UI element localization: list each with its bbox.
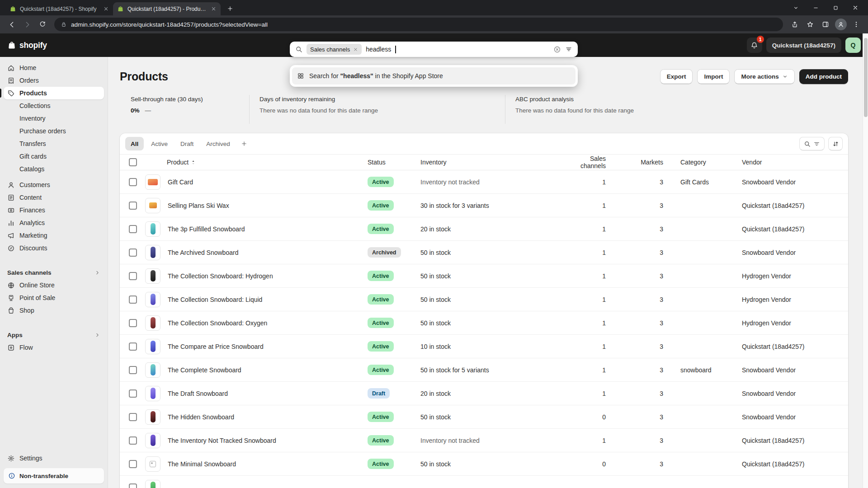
row-checkbox[interactable] [129,178,137,186]
scrollbar-thumb[interactable] [864,38,868,117]
sidebar-section-apps[interactable]: Apps [4,328,104,341]
column-header-status[interactable]: Status [368,159,420,166]
column-header-inventory[interactable]: Inventory [420,159,567,166]
product-name-link[interactable]: The Collection Snowboard: Hydrogen [168,272,273,280]
sidebar-item-customers[interactable]: Customers [4,178,104,191]
product-name-link[interactable]: The Complete Snowboard [168,366,241,374]
sidebar-item-discounts[interactable]: Discounts [4,242,104,254]
window-close-button[interactable] [845,0,865,15]
table-row[interactable]: The Minimal Snowboard Active 50 in stock… [120,452,848,476]
sidebar-item-collections[interactable]: Collections [4,99,104,112]
row-checkbox[interactable] [129,460,137,468]
sidebar-item-products[interactable]: Products [4,87,104,99]
sidebar-item-gift-cards[interactable]: Gift cards [4,150,104,163]
sidebar-item-orders[interactable]: Orders [4,74,104,87]
view-tab-draft[interactable]: Draft [175,137,199,150]
view-tab-all[interactable]: All [125,137,144,150]
sidebar-item-inventory[interactable]: Inventory [4,112,104,125]
sidebar-item-analytics[interactable]: Analytics [4,216,104,229]
search-and-filter-button[interactable] [799,137,825,150]
row-checkbox[interactable] [129,483,137,488]
table-row[interactable]: The Archived Snowboard Archived 50 in st… [120,241,848,264]
product-name-link[interactable]: Selling Plans Ski Wax [168,202,229,209]
table-row[interactable]: Selling Plans Ski Wax Active 30 in stock… [120,194,848,217]
table-row[interactable]: The Hidden Snowboard Active 50 in stock … [120,405,848,429]
product-name-link[interactable]: The 3p Fulfilled Snowboard [168,225,245,233]
row-checkbox[interactable] [129,272,137,280]
product-name-link[interactable]: The Archived Snowboard [168,249,238,256]
close-tab-icon[interactable] [103,6,109,12]
search-filter-icon[interactable] [565,46,572,53]
table-row[interactable]: The Collection Snowboard: Hydrogen Activ… [120,264,848,288]
table-row[interactable] [120,476,848,488]
new-tab-button[interactable] [224,2,236,15]
app-store-suggestion[interactable]: Search for "headless" in the Shopify App… [292,67,576,84]
search-scope-chip[interactable]: Sales channels [307,44,362,55]
column-header-sales-channels[interactable]: Sales channels [567,155,606,169]
row-checkbox[interactable] [129,249,137,257]
product-name-link[interactable]: The Inventory Not Tracked Snowboard [168,437,276,444]
row-checkbox[interactable] [129,296,137,304]
export-button[interactable]: Export [660,69,693,84]
table-row[interactable]: Gift Card Active Inventory not tracked 1… [120,170,848,194]
window-maximize-button[interactable] [826,0,845,15]
column-header-markets[interactable]: Markets [606,159,680,166]
sidebar-section-sales-channels[interactable]: Sales channels [4,266,104,279]
window-minimize-button[interactable] [806,0,826,15]
sidebar-item-purchase-orders[interactable]: Purchase orders [4,125,104,137]
view-tab-archived[interactable]: Archived [201,137,236,150]
notifications-button[interactable]: 1 [747,38,762,53]
product-name-link[interactable]: The Draft Snowboard [168,390,228,397]
sidebar-item-finances[interactable]: Finances [4,204,104,216]
row-checkbox[interactable] [129,413,137,421]
browser-forward-button[interactable] [20,17,34,32]
more-actions-button[interactable]: More actions [734,69,794,84]
global-search-input[interactable]: Sales channels headless [290,42,578,57]
column-header-vendor[interactable]: Vendor [742,159,848,166]
sidebar-item-settings[interactable]: Settings [4,452,104,465]
table-row[interactable]: The Draft Snowboard Draft 20 in stock 1 … [120,382,848,405]
product-name-link[interactable]: The Hidden Snowboard [168,413,234,421]
sidebar-item-marketing[interactable]: Marketing [4,229,104,242]
row-checkbox[interactable] [129,202,137,210]
row-checkbox[interactable] [129,319,137,327]
browser-back-button[interactable] [5,17,19,32]
column-header-category[interactable]: Category [680,159,742,166]
tab-search-button[interactable] [786,0,806,15]
product-name-link[interactable]: The Collection Snowboard: Oxygen [168,319,267,327]
share-button[interactable] [788,17,802,32]
table-row[interactable]: The Inventory Not Tracked Snowboard Acti… [120,429,848,452]
row-checkbox[interactable] [129,389,137,398]
browser-profile-avatar[interactable] [835,19,847,30]
table-row[interactable]: The Complete Snowboard Active 50 in stoc… [120,358,848,382]
table-row[interactable]: The Collection Snowboard: Liquid Active … [120,288,848,311]
row-checkbox[interactable] [129,366,137,374]
select-all-checkbox[interactable] [129,158,137,166]
table-row[interactable]: The Compare at Price Snowboard Active 10… [120,335,848,358]
sidebar-item-transfers[interactable]: Transfers [4,137,104,150]
product-name-link[interactable]: The Collection Snowboard: Liquid [168,296,262,303]
bookmark-button[interactable] [803,17,817,32]
store-menu-button[interactable]: Quickstart (18ad4257) [766,38,841,53]
chip-remove-icon[interactable] [353,47,358,52]
sidebar-item-home[interactable]: Home [4,61,104,74]
product-name-link[interactable]: Gift Card [168,178,193,186]
table-row[interactable]: The Collection Snowboard: Oxygen Active … [120,311,848,335]
sort-button[interactable] [828,137,843,150]
browser-tab-2[interactable]: Quickstart (18ad4257) - Product... [113,2,221,15]
sidebar-item-shop[interactable]: Shop [4,304,104,317]
clear-search-icon[interactable] [553,46,561,53]
product-name-link[interactable]: The Minimal Snowboard [168,460,236,468]
sidebar-item-flow[interactable]: Flow [4,341,104,354]
plan-badge[interactable]: Non-transferable [4,468,104,483]
view-tab-active[interactable]: Active [146,137,173,150]
import-button[interactable]: Import [697,69,730,84]
close-tab-icon[interactable] [211,6,217,12]
add-product-button[interactable]: Add product [799,69,848,84]
sidebar-item-catalogs[interactable]: Catalogs [4,163,104,175]
add-view-button[interactable] [237,137,251,150]
page-scrollbar[interactable] [863,33,868,488]
shopify-logo[interactable]: shopify [7,41,47,50]
table-row[interactable]: The 3p Fulfilled Snowboard Active 20 in … [120,217,848,241]
address-bar[interactable]: admin.shopify.com/store/quickstart-18ad4… [54,18,783,31]
